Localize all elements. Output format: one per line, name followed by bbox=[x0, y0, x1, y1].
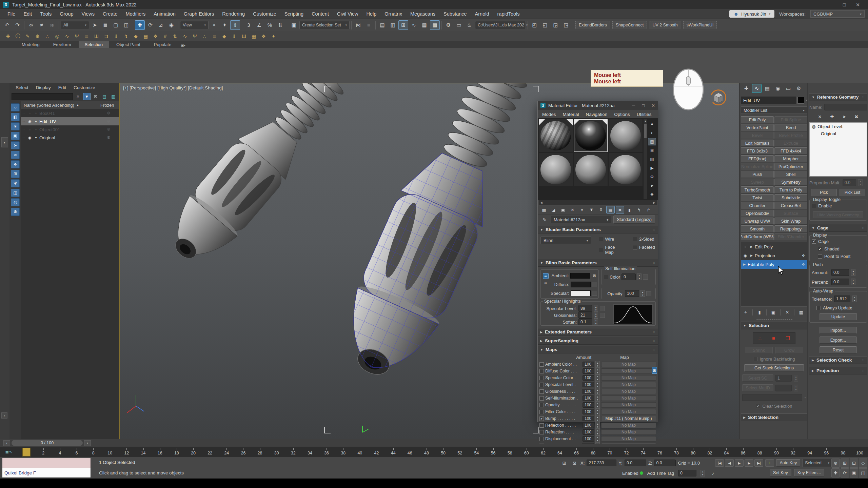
timeline-frame-4[interactable]: 4 bbox=[52, 447, 68, 457]
set-keys-button[interactable]: + bbox=[765, 459, 774, 467]
diffuse-specular-lock-icon[interactable]: ∞ bbox=[543, 280, 549, 286]
material-editor-icon[interactable]: ▩ bbox=[430, 20, 440, 30]
rollout-selection[interactable]: ▼Selection∷ bbox=[741, 322, 807, 329]
select-and-rotate-icon[interactable]: ⟳ bbox=[145, 20, 155, 30]
modifier-button-bevel-profile[interactable]: Bevel Profile bbox=[774, 132, 807, 139]
clear-selection-checkbox[interactable] bbox=[756, 404, 760, 408]
sample-hscrollbar[interactable]: ◀▶ bbox=[539, 200, 657, 205]
map-amount-spinner[interactable]: ▴▾ bbox=[595, 442, 600, 444]
frozen-toggle-icon[interactable]: ❆ bbox=[98, 125, 119, 134]
timeline-frame-28[interactable]: 28 bbox=[252, 447, 268, 457]
timeline-frame-76[interactable]: 76 bbox=[651, 447, 668, 457]
select-matid-button[interactable]: Select MatID bbox=[742, 384, 773, 391]
map-amount-spinner[interactable]: ▴▾ bbox=[595, 381, 600, 388]
go-to-start-button[interactable]: |◀ bbox=[715, 459, 724, 467]
ornatrix-tool-18-icon[interactable]: ⇅ bbox=[171, 32, 180, 41]
modifier-button-pathdeform-wsm[interactable]: PathDeform (WSM bbox=[741, 233, 774, 240]
map-slot-button[interactable]: No Map bbox=[601, 395, 656, 401]
spinner-snap-toggle-icon[interactable]: ⇅ bbox=[275, 20, 285, 30]
timeline-frame-26[interactable]: 26 bbox=[235, 447, 252, 457]
select-and-scale-icon[interactable]: ⊿ bbox=[156, 20, 166, 30]
timeline-frame-18[interactable]: 18 bbox=[168, 447, 185, 457]
modifier-button-bend[interactable]: Bend bbox=[774, 124, 807, 131]
map-slot-button[interactable]: No Map bbox=[601, 436, 656, 442]
face-map-checkbox[interactable] bbox=[599, 248, 603, 252]
asset-tracking-icon[interactable]: ◱ bbox=[540, 20, 550, 30]
explorer-menu-edit[interactable]: Edit bbox=[55, 84, 70, 91]
timeline-frame-50[interactable]: 50 bbox=[435, 447, 452, 457]
material-editor-menu-modes[interactable]: Modes bbox=[539, 111, 559, 118]
ornatrix-tool-12-icon[interactable]: ⇓ bbox=[112, 32, 121, 41]
panel-tab-display[interactable]: ▭ bbox=[784, 84, 793, 93]
viewport-layout-tabs-widget[interactable]: ▸ bbox=[1, 137, 8, 147]
timeline-frame-40[interactable]: 40 bbox=[352, 447, 368, 457]
panel-tab-utilities[interactable]: ⚙ bbox=[794, 84, 804, 93]
workspaces-dropdown[interactable]: CGBUMP bbox=[810, 10, 865, 18]
modifier-button-extrude[interactable]: Extrude bbox=[774, 140, 807, 147]
viewport-layout-icon[interactable]: ◫ bbox=[859, 468, 867, 477]
map-amount-field[interactable]: 100 bbox=[583, 389, 594, 394]
map-enable-checkbox[interactable] bbox=[539, 403, 544, 407]
soften-spinner[interactable]: ▴▾ bbox=[594, 319, 598, 325]
import-button[interactable]: Import... bbox=[820, 327, 857, 334]
explorer-menu-display[interactable]: Display bbox=[33, 84, 54, 91]
panel-tab-motion[interactable]: ◉ bbox=[773, 84, 783, 93]
ornatrix-tool-10-icon[interactable]: Ш bbox=[92, 32, 101, 41]
display-objects-icon[interactable]: ○ bbox=[11, 103, 20, 111]
stack-item-projection[interactable]: ◉▶Projection❖ bbox=[741, 251, 807, 260]
window-crossing-toggle-icon[interactable]: ◫ bbox=[121, 20, 131, 30]
keyboard-shortcut-override-icon[interactable]: ⇧ bbox=[230, 20, 240, 30]
ornatrix-tool-21-icon[interactable]: ∴ bbox=[200, 32, 209, 41]
material-editor-menu-material[interactable]: Material bbox=[560, 111, 582, 118]
material-editor-menu-navigation[interactable]: Navigation bbox=[583, 111, 611, 118]
timeline-frame-20[interactable]: 20 bbox=[185, 447, 201, 457]
material-editor-titlebar[interactable]: 3 Material Editor - Material #212aa ─ □ … bbox=[538, 101, 658, 110]
diffuse-color-swatch[interactable] bbox=[571, 282, 591, 287]
select-and-link-icon[interactable]: ∞ bbox=[26, 20, 36, 30]
modifier-button-twist[interactable]: Twist bbox=[741, 194, 774, 201]
material-sample-slot-3[interactable] bbox=[609, 119, 643, 152]
sample-uv-tiling-icon[interactable]: ⊞ bbox=[648, 147, 656, 154]
modifier-button-unwrap-uvw[interactable]: Unwrap UVW bbox=[741, 218, 774, 225]
modifier-button-surface[interactable]: Surface bbox=[774, 210, 807, 217]
rollout-supersampling[interactable]: ▶SuperSampling∷ bbox=[538, 337, 658, 345]
timeline-frame-8[interactable]: 8 bbox=[85, 447, 102, 457]
self-illumination-spinner[interactable]: ▴▾ bbox=[637, 273, 642, 280]
menu-ornatrix[interactable]: Ornatrix bbox=[380, 10, 406, 18]
pin-stack-icon[interactable]: ⌖ bbox=[742, 309, 750, 316]
map-slot-button[interactable]: No Map bbox=[601, 429, 656, 435]
panel-tab-hierarchy[interactable]: ▤ bbox=[763, 84, 772, 93]
object-name-field[interactable]: Edit_UV bbox=[741, 97, 796, 104]
specular-color-swatch[interactable] bbox=[571, 290, 591, 296]
map-amount-spinner[interactable]: ▴▾ bbox=[595, 435, 600, 442]
soften-field[interactable]: 0.1 bbox=[578, 319, 592, 325]
list-item[interactable]: ···◉●Original❆ bbox=[21, 134, 119, 142]
ribbon-tab-populate[interactable]: Populate bbox=[148, 41, 177, 48]
proportion-spinner[interactable]: ▴▾ bbox=[858, 179, 863, 186]
select-filter-icon[interactable]: ▼ bbox=[83, 93, 91, 100]
frozen-toggle-icon[interactable]: ❆ bbox=[98, 109, 119, 117]
timeline-frame-66[interactable]: 66 bbox=[568, 447, 585, 457]
map-enable-checkbox[interactable] bbox=[539, 430, 544, 434]
remove-modifier-icon[interactable]: ✕ bbox=[783, 309, 791, 316]
object-color-swatch[interactable] bbox=[797, 97, 804, 104]
previous-frame-button[interactable]: ◀ bbox=[725, 459, 734, 467]
ornatrix-tool-6-icon[interactable]: ◎ bbox=[53, 32, 62, 41]
rectangular-selection-region-icon[interactable]: ▢ bbox=[111, 20, 121, 30]
curve-editor-icon[interactable]: ∿ bbox=[409, 20, 419, 30]
cage-checkbox[interactable] bbox=[812, 239, 816, 244]
show-end-result-icon[interactable]: ▮ bbox=[755, 309, 764, 316]
modifier-button-ffd-3x3x3[interactable]: FFD 3x3x3 bbox=[741, 147, 774, 155]
model-edit-uv[interactable] bbox=[328, 83, 550, 390]
rollout-projection[interactable]: ▶Projection∷ bbox=[809, 367, 867, 374]
map-slot-button[interactable]: No Map bbox=[601, 375, 656, 381]
timeline-frame-68[interactable]: 68 bbox=[585, 447, 601, 457]
proportion-mult-field[interactable]: 0.0 bbox=[843, 179, 856, 186]
background-icon[interactable]: ▦ bbox=[648, 138, 656, 145]
modifier-button-edit-spline[interactable]: Edit Spline bbox=[774, 116, 807, 123]
material-sample-slot-4[interactable] bbox=[539, 153, 573, 186]
ornatrix-tool-27-icon[interactable]: ❖ bbox=[259, 32, 268, 41]
ribbon-tab-object-paint[interactable]: Object Paint bbox=[110, 41, 146, 48]
vertex-selection-icon[interactable]: ∴ bbox=[758, 336, 762, 341]
eye-hidden-icon[interactable]: ● bbox=[26, 127, 33, 131]
